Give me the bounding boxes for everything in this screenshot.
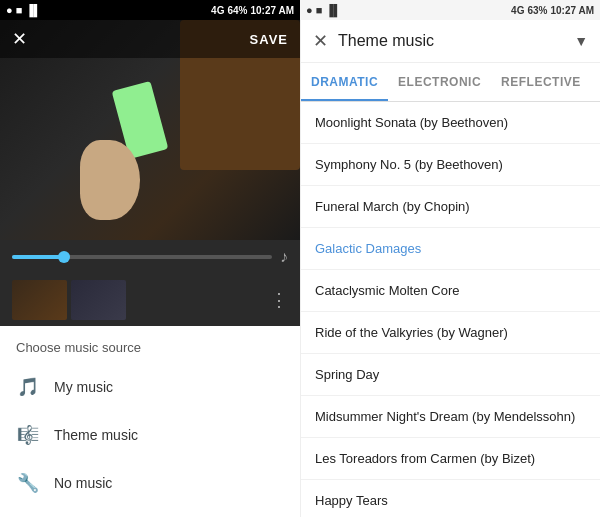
music-list-item[interactable]: Symphony No. 5 (by Beethoven) bbox=[301, 144, 600, 186]
left-app-icons: ● ■ ▐▌ bbox=[6, 4, 41, 16]
hand-in-video bbox=[80, 140, 140, 220]
music-list-item[interactable]: Ride of the Valkyries (by Wagner) bbox=[301, 312, 600, 354]
dropdown-arrow-icon[interactable]: ▼ bbox=[574, 33, 588, 49]
music-source-header: Choose music source bbox=[0, 326, 300, 363]
my-music-option[interactable]: 🎵 My music bbox=[0, 363, 300, 411]
left-time: 10:27 AM bbox=[250, 5, 294, 16]
music-list-item[interactable]: Spring Day bbox=[301, 354, 600, 396]
timeline-track[interactable] bbox=[12, 255, 272, 259]
status-bars-row: ● ■ ▐▌ 4G 64% 10:27 AM ● ■ ▐▌ 4G 63% 10:… bbox=[0, 0, 600, 20]
close-button[interactable]: ✕ bbox=[12, 28, 27, 50]
theme-music-option[interactable]: 🎼 Theme music bbox=[0, 411, 300, 459]
clip-thumbnail-1[interactable] bbox=[12, 280, 67, 320]
music-note-icon: ♪ bbox=[280, 248, 288, 266]
music-list-item[interactable]: Moonlight Sonata (by Beethoven) bbox=[301, 102, 600, 144]
left-status-bar: ● ■ ▐▌ 4G 64% 10:27 AM bbox=[0, 0, 300, 20]
no-music-option[interactable]: 🔧 No music bbox=[0, 459, 300, 507]
tab-reflective[interactable]: REFLECTIVE bbox=[491, 63, 591, 101]
my-music-icon: 🎵 bbox=[16, 375, 40, 399]
tabs-row: DRAMATIC ELECTRONIC REFLECTIVE bbox=[301, 63, 600, 102]
music-list-item[interactable]: Les Toreadors from Carmen (by Bizet) bbox=[301, 438, 600, 480]
music-list-item[interactable]: Funeral March (by Chopin) bbox=[301, 186, 600, 228]
tab-dramatic[interactable]: DRAMATIC bbox=[301, 63, 388, 101]
video-top-bar: ✕ SAVE bbox=[0, 20, 300, 58]
no-music-icon: 🔧 bbox=[16, 471, 40, 495]
video-area: ✕ SAVE bbox=[0, 20, 300, 240]
my-music-label: My music bbox=[54, 379, 113, 395]
timeline-progress bbox=[12, 255, 64, 259]
timeline-area: ♪ bbox=[0, 240, 300, 274]
right-status-icons: 4G 63% 10:27 AM bbox=[511, 5, 594, 16]
right-status-bar: ● ■ ▐▌ 4G 63% 10:27 AM bbox=[300, 0, 600, 20]
music-list-item[interactable]: Cataclysmic Molten Core bbox=[301, 270, 600, 312]
left-panel: ✕ SAVE ♪ ⋮ Choose music source bbox=[0, 20, 300, 517]
right-time: 10:27 AM bbox=[550, 5, 594, 16]
right-battery: 63% bbox=[527, 5, 547, 16]
right-panel-title: Theme music bbox=[338, 32, 564, 50]
right-header: ✕ Theme music ▼ bbox=[301, 20, 600, 63]
right-signal: 4G bbox=[511, 5, 524, 16]
music-list-item[interactable]: Midsummer Night's Dream (by Mendelssohn) bbox=[301, 396, 600, 438]
clips-row: ⋮ bbox=[0, 274, 300, 326]
no-music-label: No music bbox=[54, 475, 112, 491]
theme-music-label: Theme music bbox=[54, 427, 138, 443]
main-wrapper: ✕ SAVE ♪ ⋮ Choose music source bbox=[0, 20, 600, 517]
music-list: Moonlight Sonata (by Beethoven)Symphony … bbox=[301, 102, 600, 517]
clip-thumbnail-2[interactable] bbox=[71, 280, 126, 320]
left-status-icons: 4G 64% 10:27 AM bbox=[211, 5, 294, 16]
music-list-item[interactable]: Galactic Damages bbox=[301, 228, 600, 270]
right-app-icons: ● ■ ▐▌ bbox=[306, 4, 341, 16]
right-panel: ✕ Theme music ▼ DRAMATIC ELECTRONIC REFL… bbox=[300, 20, 600, 517]
theme-music-icon: 🎼 bbox=[16, 423, 40, 447]
tab-electronic[interactable]: ELECTRONIC bbox=[388, 63, 491, 101]
left-signal: 4G bbox=[211, 5, 224, 16]
music-source-panel: Choose music source 🎵 My music 🎼 Theme m… bbox=[0, 326, 300, 517]
clips-more-button[interactable]: ⋮ bbox=[270, 289, 288, 311]
save-button[interactable]: SAVE bbox=[250, 32, 288, 47]
left-battery: 64% bbox=[227, 5, 247, 16]
music-list-item[interactable]: Happy Tears bbox=[301, 480, 600, 517]
right-close-button[interactable]: ✕ bbox=[313, 30, 328, 52]
timeline-scrubber[interactable] bbox=[58, 251, 70, 263]
